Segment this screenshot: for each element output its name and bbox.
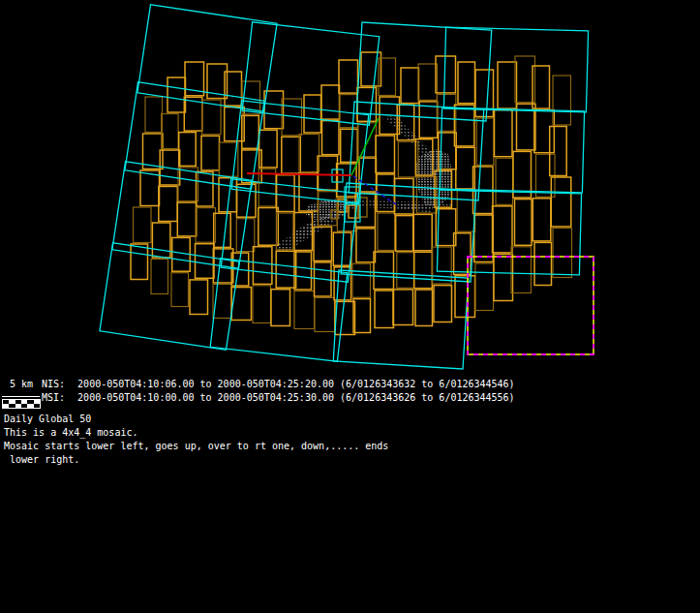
msi-status-line: MSI:2000-050T04:10:00.00 to 2000-050T04:… — [42, 391, 515, 405]
mosaic-order-line-2: lower right. — [4, 453, 388, 467]
nis-footprints — [131, 52, 572, 335]
status-block: NIS:2000-050T04:10:06.00 to 2000-050T04:… — [42, 378, 515, 405]
msi-label: MSI: — [42, 392, 65, 403]
scale-bar-checker-row-bottom — [3, 404, 40, 408]
scale-bar-checker — [2, 399, 41, 409]
scale-bar-underline — [2, 396, 40, 397]
mosaic-order-line-1: Mosaic starts lower left, goes up, over … — [4, 440, 388, 453]
nis-status-line: NIS:2000-050T04:10:06.00 to 2000-050T04:… — [42, 378, 515, 391]
nis-time-range: 2000-050T04:10:06.00 to 2000-050T04:25:2… — [77, 379, 515, 389]
footprint-mosaic-plot — [0, 0, 700, 378]
scale-bar-label: 5 km — [2, 379, 41, 390]
mosaic-planning-screen: 5 km NIS:2000-050T04:10:06.00 to 2000-05… — [0, 0, 700, 613]
nis-label: NIS: — [42, 379, 65, 389]
sequence-name: Daily Global 50 — [4, 413, 388, 426]
description-block: Daily Global 50 This is a 4x4_4 mosaic. … — [4, 413, 388, 467]
mosaic-type-line: This is a 4x4_4 mosaic. — [4, 426, 388, 440]
msi-time-range: 2000-050T04:10:00.00 to 2000-050T04:25:3… — [77, 392, 515, 403]
